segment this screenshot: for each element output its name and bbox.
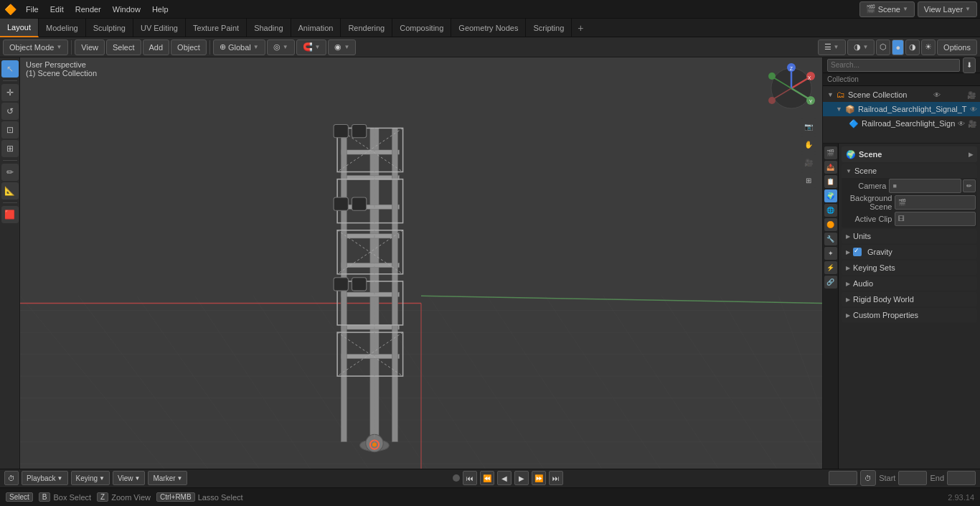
prop-output-icon[interactable]: 📤 bbox=[824, 161, 837, 174]
shading-material[interactable]: ◑ bbox=[905, 39, 920, 55]
custom-props-header[interactable]: ▶ Custom Properties bbox=[842, 308, 977, 322]
current-frame-input[interactable]: 1 bbox=[829, 471, 857, 485]
tool-scale[interactable]: ⊡ bbox=[1, 121, 19, 139]
tab-texture-paint[interactable]: Texture Paint bbox=[186, 19, 247, 37]
camera-edit-icon[interactable]: ✏ bbox=[963, 179, 976, 192]
viewport-extra1[interactable]: ⊞ bbox=[801, 172, 816, 188]
tab-layout[interactable]: Layout bbox=[0, 19, 39, 37]
tool-measure[interactable]: 📐 bbox=[1, 182, 19, 200]
tool-rotate[interactable]: ↺ bbox=[1, 103, 19, 120]
menu-window[interactable]: Window bbox=[107, 0, 146, 19]
prop-physics-icon[interactable]: ⚡ bbox=[824, 261, 837, 274]
outliner-scene-collection[interactable]: ▼ 🗂 Scene Collection 👁 🎥 bbox=[823, 88, 980, 102]
tool-transform[interactable]: ⊞ bbox=[1, 140, 19, 157]
outliner-search[interactable] bbox=[827, 59, 960, 72]
jump-to-end[interactable]: ⏭ bbox=[549, 471, 563, 485]
outliner-object-1[interactable]: ▼ 📦 Railroad_Searchlight_Signal_T 👁 🎥 bbox=[823, 102, 980, 116]
object-mode-selector[interactable]: Object Mode ▼ bbox=[3, 39, 68, 55]
play-reverse[interactable]: ◀ bbox=[497, 471, 512, 485]
rigid-body-header[interactable]: ▶ Rigid Body World bbox=[842, 292, 977, 306]
tab-sculpting[interactable]: Sculpting bbox=[86, 19, 133, 37]
menu-help[interactable]: Help bbox=[146, 0, 174, 19]
transform-orientation[interactable]: ⊕ Global ▼ bbox=[213, 39, 265, 55]
tab-modeling[interactable]: Modeling bbox=[39, 19, 86, 37]
scene-section-header[interactable]: 🌍 Scene ▶ bbox=[842, 146, 977, 162]
scene-selector[interactable]: 🎬 Scene ▼ bbox=[859, 1, 915, 17]
timeline-type-icon[interactable]: ⏱ bbox=[4, 471, 19, 485]
menu-render[interactable]: Render bbox=[70, 0, 107, 19]
play-forward[interactable]: ▶ bbox=[514, 471, 529, 485]
menu-edit[interactable]: Edit bbox=[44, 0, 70, 19]
snap-icon: 🧲 bbox=[303, 42, 313, 52]
tool-annotate[interactable]: ✏ bbox=[1, 164, 19, 181]
gravity-checkbox[interactable] bbox=[853, 248, 862, 256]
options-button[interactable]: Options bbox=[937, 39, 977, 55]
prop-modifier-icon[interactable]: 🔧 bbox=[824, 233, 837, 245]
record-button[interactable] bbox=[453, 474, 460, 482]
overlay-toggle[interactable]: ☰ ▼ bbox=[818, 39, 846, 55]
shading-rendered[interactable]: ☀ bbox=[921, 39, 936, 55]
view-layer-selector[interactable]: View Layer ▼ bbox=[918, 1, 977, 17]
tab-animation[interactable]: Animation bbox=[291, 19, 341, 37]
timeline-view-menu[interactable]: View ▼ bbox=[113, 471, 145, 485]
prop-particles-icon[interactable]: ✦ bbox=[824, 247, 837, 260]
viewport-pan[interactable]: ✋ bbox=[801, 136, 816, 152]
view-menu[interactable]: View bbox=[75, 39, 105, 55]
prop-constraints-icon[interactable]: 🔗 bbox=[824, 276, 837, 289]
menu-file[interactable]: File bbox=[20, 0, 44, 19]
tab-compositing[interactable]: Compositing bbox=[392, 19, 451, 37]
viewport-shading[interactable]: ◑ ▼ bbox=[847, 39, 875, 55]
prop-world-icon[interactable]: 🌐 bbox=[824, 204, 837, 217]
background-scene-field[interactable]: 🎬 bbox=[895, 195, 976, 210]
start-frame-input[interactable]: 1 bbox=[898, 471, 927, 485]
scene-subsection-header[interactable]: ▼ Scene bbox=[842, 164, 977, 178]
outliner-mesh-1[interactable]: 🔷 Railroad_Searchlight_Sign 👁 🎥 bbox=[823, 116, 980, 131]
add-menu[interactable]: Add bbox=[143, 39, 170, 55]
visibility-icon-2[interactable]: 👁 bbox=[970, 106, 977, 113]
shading-wireframe[interactable]: ⬡ bbox=[876, 39, 890, 55]
visibility-icon-1[interactable]: 👁 bbox=[933, 91, 941, 99]
visibility-icon-3[interactable]: 👁 bbox=[958, 120, 965, 128]
prev-keyframe[interactable]: ⏪ bbox=[480, 471, 494, 485]
proportional-editing[interactable]: ◉ ▼ bbox=[328, 39, 356, 55]
transform-pivot[interactable]: ◎ ▼ bbox=[267, 39, 295, 55]
snapping-toggle[interactable]: 🧲 ▼ bbox=[296, 39, 327, 55]
next-keyframe[interactable]: ⏩ bbox=[532, 471, 546, 485]
object-menu[interactable]: Object bbox=[171, 39, 207, 55]
select-menu[interactable]: Select bbox=[106, 39, 141, 55]
camera-field[interactable]: ■ bbox=[889, 179, 961, 193]
keying-menu[interactable]: Keying ▼ bbox=[71, 471, 110, 485]
prop-scene-icon[interactable]: 🌍 bbox=[824, 189, 837, 202]
tab-uv-editing[interactable]: UV Editing bbox=[133, 19, 186, 37]
prop-render-icon[interactable]: 🎬 bbox=[824, 146, 837, 159]
add-workspace-button[interactable]: + bbox=[572, 19, 589, 37]
viewport-gizmo[interactable]: X Y Z bbox=[766, 63, 816, 113]
tab-geometry-nodes[interactable]: Geometry Nodes bbox=[451, 19, 526, 37]
tool-move[interactable]: ✛ bbox=[1, 84, 19, 101]
render-icon-1[interactable]: 🎥 bbox=[967, 91, 976, 99]
fps-icon[interactable]: ⏱ bbox=[860, 470, 876, 486]
tool-add-cube[interactable]: 🟥 bbox=[1, 206, 19, 223]
active-clip-field[interactable]: 🎞 bbox=[895, 212, 976, 226]
tab-shading[interactable]: Shading bbox=[247, 19, 291, 37]
audio-subsection: ▶ Audio bbox=[842, 276, 977, 291]
tool-cursor[interactable]: ↖ bbox=[1, 60, 19, 78]
units-header[interactable]: ▶ Units bbox=[842, 229, 977, 243]
jump-to-start[interactable]: ⏮ bbox=[463, 471, 477, 485]
viewport[interactable]: User Perspective (1) Scene Collection X bbox=[20, 57, 822, 469]
camera-view-button[interactable]: 🎥 bbox=[801, 154, 816, 170]
keying-sets-header[interactable]: ▶ Keying Sets bbox=[842, 261, 977, 275]
camera-perspective-toggle[interactable]: 📷 bbox=[801, 118, 816, 134]
playback-menu[interactable]: Playback ▼ bbox=[22, 471, 68, 485]
marker-menu[interactable]: Marker ▼ bbox=[148, 471, 187, 485]
tab-scripting[interactable]: Scripting bbox=[526, 19, 572, 37]
prop-view-layer-icon[interactable]: 📋 bbox=[824, 175, 837, 188]
tab-rendering[interactable]: Rendering bbox=[341, 19, 392, 37]
prop-object-icon[interactable]: 🟠 bbox=[824, 218, 837, 231]
outliner-filter[interactable]: ⬇ bbox=[963, 57, 976, 73]
audio-header[interactable]: ▶ Audio bbox=[842, 276, 977, 291]
shading-solid[interactable]: ● bbox=[892, 39, 904, 55]
gravity-header[interactable]: ▶ Gravity bbox=[842, 245, 977, 259]
end-frame-input[interactable]: 250 bbox=[947, 471, 976, 485]
render-icon-3[interactable]: 🎥 bbox=[968, 120, 976, 128]
